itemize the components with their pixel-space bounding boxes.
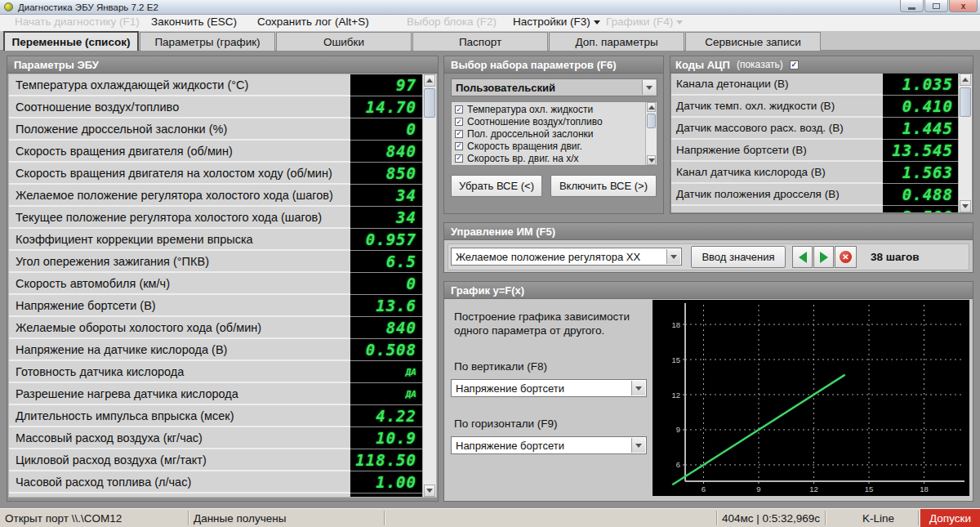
chevron-down-icon[interactable] (666, 249, 680, 264)
parameter-row[interactable]: Путевой расход топлива (л/100 км)511.00 (9, 494, 422, 497)
tab-parameters-graph[interactable]: Параметры (график) (140, 32, 275, 51)
adc-row: Датчик темп. охл. жидкости (В)0.410 (671, 96, 958, 118)
tab-errors[interactable]: Ошибки (276, 32, 412, 51)
tolerances-badge[interactable]: Допуски (920, 509, 980, 527)
chevron-down-icon[interactable] (631, 438, 645, 453)
maximize-button[interactable] (924, 0, 948, 12)
step-decrease-button[interactable] (792, 246, 813, 268)
checkbox-list-scrollbar[interactable] (645, 102, 657, 165)
scrollbar-thumb[interactable] (960, 87, 971, 117)
arrow-right-icon (820, 252, 828, 263)
preset-select-value: Пользовательский (456, 82, 555, 94)
scroll-down-icon[interactable] (960, 200, 971, 212)
parameter-row[interactable]: Скорость автомобиля (км/ч)0 (9, 273, 422, 295)
menu-start-diagnostics[interactable]: Начать диагностику (F1) (15, 16, 140, 28)
checkbox-checked-icon[interactable]: ✓ (455, 118, 463, 126)
led-value: 840 (386, 142, 416, 160)
parameter-row[interactable]: Коэффициент коррекции времени впрыска0.9… (9, 229, 422, 251)
parameter-row[interactable]: Напряжение бортсети (В)13.6 (9, 295, 422, 317)
add-all-button[interactable]: Включить ВСЕ (>) (550, 175, 657, 197)
parameter-checkbox-item[interactable]: ✓Соотношение воздух/топливо (452, 116, 645, 128)
menu-save-log[interactable]: Сохранить лог (Alt+S) (257, 16, 369, 28)
minimize-button[interactable] (900, 0, 924, 12)
chevron-down-icon[interactable] (631, 381, 645, 395)
parameter-checkbox-item[interactable]: ✓Пол. дроссельной заслонки (452, 128, 645, 141)
menu-finish[interactable]: Закончить (ESC) (151, 16, 237, 28)
adc-value-display: 1.035 (883, 74, 958, 96)
led-value: 1.00 (376, 473, 416, 491)
parameter-row[interactable]: Скорость вращения двигателя на холостом … (9, 163, 422, 185)
parameter-row[interactable]: Соотношение воздух/топливо14.70 (9, 96, 422, 118)
remove-all-button[interactable]: Убрать ВСЕ (<) (451, 175, 542, 197)
adc-show-checkbox[interactable]: ✓ (790, 60, 799, 69)
stop-button[interactable]: ✕ (835, 246, 857, 268)
parameter-row[interactable]: Часовой расход топлива (л/час)1.00 (9, 471, 422, 494)
tab-extra-parameters[interactable]: Доп. параметры (549, 32, 684, 51)
tab-service-records[interactable]: Сервисные записи (685, 32, 821, 51)
scroll-down-icon[interactable] (647, 155, 656, 165)
enter-value-button[interactable]: Ввод значения (691, 246, 786, 268)
close-button[interactable]: x (949, 0, 978, 12)
step-increase-button[interactable] (813, 246, 834, 268)
scroll-up-icon[interactable] (960, 74, 971, 86)
parameter-checkbox-item[interactable]: ✓Скорость вращения двиг. (452, 140, 645, 152)
checkbox-checked-icon[interactable]: ✓ (455, 154, 463, 163)
parameter-row[interactable]: Цикловой расход воздуха (мг/такт)118.50 (9, 449, 422, 471)
menu-settings[interactable]: Настройки (F3) (513, 16, 600, 28)
led-value: 0.410 (902, 97, 953, 115)
adc-list: Канала детонации (В)1.035Датчик темп. ох… (671, 74, 958, 212)
menu-graphs-label: Графики (F4) (606, 16, 673, 28)
checkbox-checked-icon[interactable]: ✓ (455, 142, 463, 150)
parameter-row[interactable]: Массовый расход воздуха (кг/час)10.9 (9, 427, 422, 449)
parameter-row[interactable]: Скорость вращения двигателя (об/мин)840 (9, 141, 422, 163)
menu-graphs[interactable]: Графики (F4) (606, 16, 683, 28)
menu-bar: Начать диагностику (F1) Закончить (ESC) … (0, 15, 980, 31)
led-value: 13.6 (376, 297, 416, 315)
parameter-row[interactable]: Положение дроссельной заслонки (%)0 (9, 118, 422, 141)
scroll-up-icon[interactable] (647, 102, 656, 112)
led-value: 0 (407, 120, 416, 138)
checkbox-item-label: Желаемое пол. рег. х/х (467, 164, 571, 165)
tab-passport[interactable]: Паспорт (412, 32, 548, 51)
svg-text:12: 12 (671, 391, 680, 400)
chevron-down-icon[interactable] (642, 80, 656, 95)
scroll-down-icon[interactable] (424, 485, 435, 497)
vertical-axis-select[interactable]: Напряжение бортсети (451, 379, 647, 397)
parameter-row[interactable]: Разрешение нагрева датчика кислородаДА (9, 383, 422, 405)
parameter-list-scrollbar[interactable] (422, 74, 436, 497)
status-protocol: K-Line (862, 512, 894, 525)
status-port: Открыт порт \\.\COM12 (5, 512, 122, 525)
parameter-row[interactable]: Угол опережения зажигания (°ПКВ)6.5 (9, 251, 422, 273)
parameter-row[interactable]: Желаемое положение регулятора холостого … (9, 185, 422, 207)
checkbox-checked-icon[interactable]: ✓ (455, 105, 463, 114)
svg-text:9: 9 (756, 485, 760, 494)
checkbox-item-label: Температура охл. жидкости (467, 104, 593, 115)
parameter-value-display: 6.5 (350, 251, 422, 273)
parameter-row[interactable]: Текущее положение регулятора холостого х… (9, 207, 422, 229)
parameter-row[interactable]: Желаемые обороты холостого хода (об/мин)… (9, 317, 422, 339)
led-value: 34 (396, 208, 416, 226)
scroll-up-icon[interactable] (424, 74, 435, 87)
preset-select[interactable]: Пользовательский (451, 78, 657, 96)
vertical-axis-label: По вертикали (F8) (454, 360, 547, 373)
adc-list-scrollbar[interactable] (958, 74, 972, 212)
chart-canvas: 6912151869121518 (653, 300, 969, 496)
tab-variables-list[interactable]: Переменные (список) (3, 31, 139, 51)
menu-block-select[interactable]: Выбор блока (F2) (407, 16, 497, 28)
adc-row: Напряжение бортсети (В)13.545 (671, 140, 958, 162)
actuator-select[interactable]: Желаемое положение регулятора ХХ (451, 248, 682, 266)
parameter-row[interactable]: Длительность импульса впрыска (мсек)4.22 (9, 405, 422, 427)
parameter-checkbox-item[interactable]: ✓Желаемое пол. рег. х/х (452, 164, 645, 165)
horizontal-axis-select[interactable]: Напряжение бортсети (451, 436, 647, 454)
parameter-row[interactable]: Температура охлаждающей жидкости (°С)97 (9, 74, 422, 96)
parameter-checkbox-item[interactable]: ✓Температура охл. жидкости (452, 104, 645, 116)
checkbox-checked-icon[interactable]: ✓ (455, 130, 463, 138)
parameter-row[interactable]: Готовность датчика кислородаДА (9, 361, 422, 383)
led-value: 34 (396, 186, 416, 204)
parameter-label: Скорость вращения двигателя на холостом … (9, 163, 350, 185)
parameter-checkbox-item[interactable]: ✓Скорость вр. двиг. на х/х (452, 152, 645, 164)
parameter-row[interactable]: Напряжение на датчике кислорода (В)0.508 (9, 339, 422, 361)
scrollbar-thumb[interactable] (424, 88, 435, 118)
scrollbar-thumb[interactable] (647, 114, 656, 128)
parameter-value-display: 0.508 (350, 339, 422, 361)
